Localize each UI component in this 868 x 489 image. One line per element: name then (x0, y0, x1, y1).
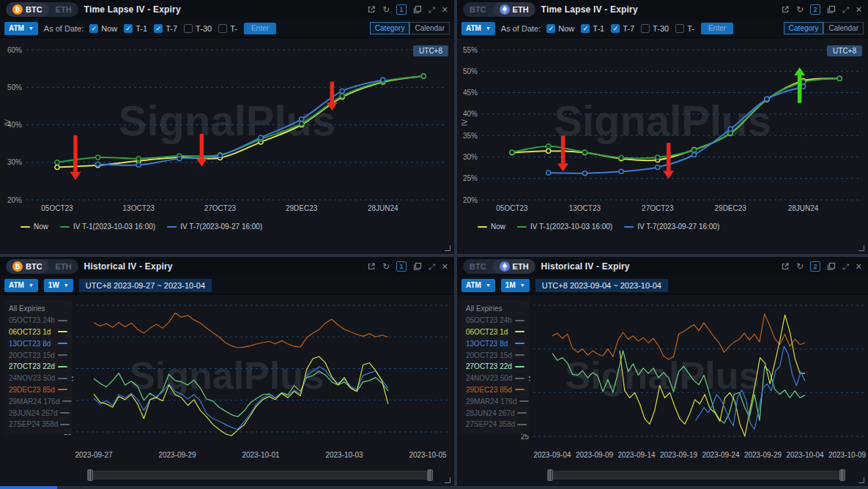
expiry-item[interactable]: 06OCT23 1d (9, 326, 67, 338)
date-range-chip[interactable]: UTC+8 2023-09-04 ~ 2023-10-04 (535, 279, 668, 292)
expiry-item[interactable]: 20OCT23 15d (9, 349, 67, 361)
expiry-item[interactable]: 24NOV23 50d (9, 373, 67, 384)
expiry-item[interactable]: 28JUN24 267d (466, 407, 524, 419)
expiry-item[interactable]: 05OCT23 24h (466, 315, 524, 326)
custom-date-input[interactable]: Enter (244, 23, 276, 34)
period-select[interactable]: 1M▼ (501, 279, 530, 292)
slider-track[interactable] (89, 471, 431, 479)
duplicate-icon[interactable] (413, 262, 422, 271)
open-in-new-icon[interactable] (367, 262, 376, 271)
expiry-item[interactable]: 29MAR24 176d (466, 395, 524, 407)
open-in-new-icon[interactable] (367, 5, 376, 14)
chart-area[interactable]: SignalPlus UTC+8 IV 60%50%40%30%20%05OCT… (0, 38, 454, 254)
strike-mode-select[interactable]: ATM▼ (4, 22, 38, 35)
coin-tab-btc[interactable]: BTC (463, 2, 493, 17)
checkbox-t-7[interactable]: ✓T-7 (154, 24, 177, 33)
strike-mode-select[interactable]: ATM▼ (461, 279, 495, 292)
strike-mode-select[interactable]: ATM▼ (461, 22, 495, 35)
duplicate-icon[interactable] (827, 5, 836, 14)
window-number-badge[interactable]: 1 (396, 261, 407, 272)
checkbox-checked-icon[interactable]: ✓ (611, 24, 620, 33)
chart-area[interactable]: SignalPlus All Expiries05OCT23 24h06OCT2… (0, 295, 454, 486)
expiry-item[interactable]: All Expiries (466, 303, 524, 315)
coin-tab-btc[interactable]: BTC (463, 259, 493, 274)
coin-tab-btc[interactable]: ₿ BTC (6, 2, 49, 17)
chart-area[interactable]: SignalPlus UTC+8 IV 55%50%45%40%35%30%25… (457, 38, 868, 254)
expand-icon[interactable]: ⤢ (842, 263, 849, 271)
close-icon[interactable]: ✕ (856, 6, 862, 14)
time-range-slider[interactable] (89, 470, 431, 480)
time-range-slider[interactable] (549, 470, 843, 480)
checkbox-unchecked-icon[interactable] (218, 24, 227, 33)
refresh-icon[interactable]: ↻ (382, 5, 390, 14)
checkbox-checked-icon[interactable]: ✓ (89, 24, 98, 33)
timelapse-chart-svg[interactable]: 60%50%40%30%20%05OCT2313OCT2327OCT2329DE… (0, 38, 454, 219)
expiry-item[interactable]: 29DEC23 85d (466, 384, 524, 396)
period-select[interactable]: 1W▼ (44, 279, 73, 292)
slider-handle-left[interactable] (87, 469, 93, 481)
open-in-new-icon[interactable] (781, 262, 790, 271)
slider-handle-right[interactable] (427, 469, 433, 481)
duplicate-icon[interactable] (827, 262, 836, 271)
refresh-icon[interactable]: ↻ (382, 262, 390, 271)
expiry-item[interactable]: 24NOV23 50d (466, 373, 524, 384)
refresh-icon[interactable]: ↻ (796, 262, 804, 271)
expand-icon[interactable]: ⤢ (429, 6, 435, 14)
expiry-item[interactable]: 20OCT23 15d (466, 349, 524, 361)
expiry-item[interactable]: 27OCT23 22d (466, 361, 524, 373)
checkbox-checked-icon[interactable]: ✓ (154, 24, 163, 33)
close-icon[interactable]: ✕ (442, 263, 448, 271)
close-icon[interactable]: ✕ (442, 6, 448, 14)
slider-track[interactable] (549, 471, 843, 479)
legend-item[interactable]: Now (478, 223, 505, 231)
checkbox-t-30[interactable]: T-30 (184, 24, 212, 33)
expiry-item[interactable]: 05OCT23 24h (9, 315, 67, 326)
checkbox-now[interactable]: ✓Now (546, 24, 574, 33)
timelapse-chart-svg[interactable]: 55%50%45%40%35%30%25%20%05OCT2313OCT2327… (457, 38, 868, 219)
checkbox-t-30[interactable]: T-30 (641, 24, 669, 33)
coin-tab-eth[interactable]: ETH (49, 259, 78, 274)
strike-mode-select[interactable]: ATM▼ (4, 279, 38, 292)
legend-item[interactable]: Now (21, 223, 48, 231)
slider-handle-right[interactable] (839, 469, 845, 481)
slider-handle-left[interactable] (547, 469, 553, 481)
checkbox-t-1[interactable]: ✓T-1 (581, 24, 604, 33)
resize-handle-icon[interactable] (445, 245, 450, 251)
expiry-item[interactable]: 29DEC23 85d (9, 384, 67, 396)
coin-tab-eth[interactable]: ETH (493, 2, 535, 17)
legend-item[interactable]: IV T-1(2023-10-03 16:00) (517, 223, 612, 231)
checkbox-now[interactable]: ✓Now (89, 24, 117, 33)
expiry-item[interactable]: 06OCT23 1d (466, 326, 524, 338)
expiry-item[interactable]: 13OCT23 8d (9, 337, 67, 349)
view-mode-category-button[interactable]: Category (370, 22, 410, 34)
refresh-icon[interactable]: ↻ (796, 5, 804, 14)
resize-handle-icon[interactable] (445, 477, 450, 483)
custom-date-input[interactable]: Enter (701, 23, 733, 34)
close-icon[interactable]: ✕ (856, 263, 862, 271)
open-in-new-icon[interactable] (781, 5, 790, 14)
legend-item[interactable]: IV T-1(2023-10-03 16:00) (60, 223, 155, 231)
checkbox-unchecked-icon[interactable] (184, 24, 193, 33)
coin-tab-eth[interactable]: ETH (493, 259, 535, 274)
expiry-item[interactable]: All Expiries (9, 303, 67, 315)
expand-icon[interactable]: ⤢ (429, 263, 435, 271)
expiry-item[interactable]: 27SEP24 358d (466, 419, 524, 430)
duplicate-icon[interactable] (413, 5, 422, 14)
coin-tab-btc[interactable]: ₿ BTC (6, 259, 49, 274)
checkbox-checked-icon[interactable]: ✓ (124, 24, 133, 33)
checkbox-checked-icon[interactable]: ✓ (546, 24, 555, 33)
view-mode-calendar-button[interactable]: Calendar (823, 22, 864, 34)
view-mode-calendar-button[interactable]: Calendar (409, 22, 450, 34)
expand-icon[interactable]: ⤢ (842, 6, 849, 14)
expiry-item[interactable]: 29MAR24 176d (9, 395, 67, 407)
checkbox-unchecked-icon[interactable] (675, 24, 684, 33)
expiry-item[interactable]: 27SEP24 358d (9, 419, 67, 430)
checkbox-t-[interactable]: T- (675, 24, 694, 33)
resize-handle-icon[interactable] (858, 245, 864, 251)
expiry-item[interactable]: 27OCT23 22d (9, 361, 67, 373)
date-range-chip[interactable]: UTC+8 2023-09-27 ~ 2023-10-04 (79, 279, 212, 292)
window-number-badge[interactable]: 2 (810, 4, 820, 15)
checkbox-t-[interactable]: T- (218, 24, 237, 33)
resize-handle-icon[interactable] (858, 477, 864, 483)
expiry-item[interactable]: 28JUN24 267d (9, 407, 67, 419)
